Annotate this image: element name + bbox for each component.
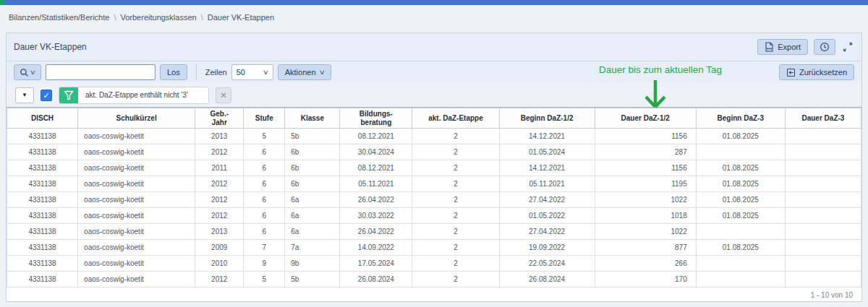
table-cell: 2 — [412, 192, 499, 208]
export-label: Export — [778, 43, 801, 51]
table-cell: 4331138 — [7, 224, 78, 240]
table-cell: 17.05.2024 — [340, 256, 412, 272]
table-row: 4331138oaos-coswig-koetit201255b26.08.20… — [7, 272, 861, 287]
table-cell: 4331138 — [7, 192, 78, 208]
region-header: Dauer VK-Etappen Export — [7, 33, 861, 61]
reset-button[interactable]: Zurücksetzen — [779, 64, 854, 80]
filter-condition-chip[interactable]: akt. DaZ-Etappe enthält nicht '3' — [59, 87, 209, 104]
table-cell: 4331138 — [7, 208, 78, 224]
remove-filter-button[interactable]: ✕ — [216, 87, 231, 103]
table-cell: 2010 — [195, 256, 244, 272]
caret-down-icon: ▼ — [22, 92, 27, 98]
column-header[interactable]: Klasse — [285, 108, 340, 129]
table-cell: 4331138 — [7, 144, 78, 160]
table-cell — [696, 144, 785, 160]
column-header[interactable]: DISCH — [7, 108, 78, 129]
table-cell: 2012 — [195, 144, 244, 160]
table-cell: 4331138 — [7, 240, 78, 256]
table-cell: 2013 — [195, 224, 244, 240]
table-cell — [785, 192, 861, 208]
table-cell: 5 — [244, 272, 285, 287]
rows-label: Zeilen — [205, 68, 227, 77]
breadcrumb-separator: \ — [201, 13, 203, 22]
table-cell: oaos-coswig-koetit — [78, 208, 195, 224]
column-header[interactable]: Beginn DaZ-1/2 — [499, 108, 595, 129]
table-cell — [785, 129, 861, 144]
table-cell: 6a — [285, 208, 340, 224]
column-header[interactable]: Bildungs- beratung — [340, 108, 412, 129]
table-cell: 19.09.2022 — [499, 240, 595, 256]
table-cell: 26.04.2022 — [340, 224, 412, 240]
table-cell — [785, 240, 861, 256]
table-cell: oaos-coswig-koetit — [78, 144, 195, 160]
table-cell: 05.11.2021 — [340, 176, 412, 192]
table-cell: 6 — [244, 144, 285, 160]
close-icon: ✕ — [220, 90, 227, 100]
reset-label: Zurücksetzen — [799, 68, 847, 77]
export-button[interactable]: Export — [757, 39, 808, 55]
table-cell: 6a — [285, 224, 340, 240]
table-cell: 2 — [412, 144, 499, 160]
column-header[interactable]: Stufe — [244, 108, 285, 129]
table-cell: oaos-coswig-koetit — [78, 224, 195, 240]
table-cell: 6 — [244, 176, 285, 192]
report-footer: 1 - 10 von 10 — [7, 287, 861, 302]
column-header[interactable]: Beginn DaZ-3 — [696, 108, 785, 129]
rows-select-value: 50 — [237, 68, 245, 77]
table-cell: 1022 — [595, 224, 696, 240]
column-header[interactable]: Geb.- Jahr — [195, 108, 244, 129]
table-cell: 4331138 — [7, 256, 78, 272]
table-cell — [696, 272, 785, 287]
table-cell: 01.08.2025 — [696, 240, 785, 256]
table-cell: 2 — [412, 224, 499, 240]
breadcrumb-item[interactable]: Vorbereitungsklassen — [120, 13, 196, 22]
chevron-down-icon: ∨ — [263, 69, 269, 76]
filter-funnel-icon — [59, 87, 78, 104]
table-row: 4331138oaos-coswig-koetit201166b08.12.20… — [7, 160, 861, 176]
chevron-down-icon: ∨ — [318, 69, 325, 76]
rows-per-page-select[interactable]: 50 ∨ — [231, 64, 273, 80]
table-cell: 6 — [244, 224, 285, 240]
report-table-wrap: DISCHSchulkürzelGeb.- JahrStufeKlasseBil… — [7, 107, 861, 287]
table-cell: oaos-coswig-koetit — [78, 192, 195, 208]
history-button[interactable] — [814, 39, 835, 55]
table-cell: 2 — [412, 160, 499, 176]
table-cell — [696, 224, 785, 240]
table-cell: 01.08.2025 — [696, 129, 785, 144]
breadcrumb-separator: \ — [114, 13, 116, 22]
table-cell: 5b — [285, 272, 340, 287]
table-cell: 7a — [285, 240, 340, 256]
search-input[interactable] — [46, 64, 156, 80]
table-cell: 2011 — [195, 160, 244, 176]
table-cell: 6 — [244, 192, 285, 208]
table-cell: 4331138 — [7, 129, 78, 144]
go-button[interactable]: Los — [160, 64, 187, 80]
breadcrumb-item[interactable]: Bilanzen/Statistiken/Berichte — [9, 13, 109, 22]
table-cell: 1195 — [595, 176, 696, 192]
filter-enabled-checkbox[interactable]: ✓ — [41, 90, 52, 101]
table-cell: 877 — [595, 240, 696, 256]
actions-menu-button[interactable]: Aktionen ∨ — [278, 64, 331, 80]
table-cell: 6b — [285, 144, 340, 160]
table-cell: 9b — [285, 256, 340, 272]
table-cell: 6 — [244, 208, 285, 224]
column-header[interactable]: Dauer DaZ-3 — [785, 108, 861, 129]
column-header[interactable]: Schulkürzel — [78, 108, 195, 129]
table-cell: 1022 — [595, 192, 696, 208]
actions-label: Aktionen — [285, 68, 316, 77]
filter-row: ▼ ✓ akt. DaZ-Etappe enthält nicht '3' ✕ — [7, 83, 861, 107]
maximize-icon[interactable] — [841, 40, 854, 53]
table-cell — [696, 256, 785, 272]
search-options-button[interactable]: ∨ — [14, 64, 41, 80]
column-header[interactable]: akt. DaZ-Etappe — [412, 108, 499, 129]
spreadsheet-file-icon — [765, 42, 774, 52]
table-cell — [785, 224, 861, 240]
report-settings-toggle[interactable]: ▼ — [15, 87, 34, 103]
table-cell: 2012 — [195, 192, 244, 208]
table-cell: 01.08.2025 — [696, 192, 785, 208]
table-cell: 14.09.2022 — [340, 240, 412, 256]
table-cell: 01.08.2025 — [696, 176, 785, 192]
table-cell: 26.04.2022 — [340, 192, 412, 208]
table-cell: 2 — [412, 176, 499, 192]
column-header[interactable]: Dauer DaZ-1/2 — [595, 108, 696, 129]
